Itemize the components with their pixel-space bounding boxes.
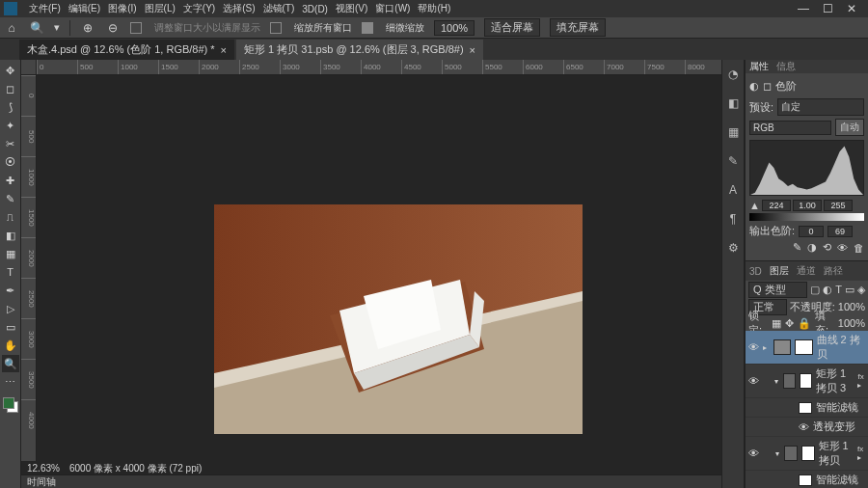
visibility-toggle[interactable]: 👁: [748, 375, 759, 387]
tab-paths[interactable]: 路径: [824, 264, 843, 278]
pen-tool[interactable]: ✒: [2, 282, 19, 299]
menu-view[interactable]: 视图(V): [336, 2, 367, 15]
input-white[interactable]: [824, 200, 853, 211]
menu-layer[interactable]: 图层(L): [145, 2, 176, 15]
tab-layers[interactable]: 图层: [770, 264, 789, 278]
menu-image[interactable]: 图像(I): [108, 2, 136, 15]
filter-type-icon[interactable]: T: [835, 284, 842, 295]
visibility-toggle[interactable]: 👁: [748, 447, 759, 459]
move-tool[interactable]: ✥: [2, 62, 19, 79]
visibility-icon[interactable]: 👁: [837, 242, 848, 254]
zoom-in-icon[interactable]: ⊕: [80, 20, 95, 36]
brush-tool[interactable]: ✎: [2, 190, 19, 207]
layer-row[interactable]: 👁▾矩形 1 拷贝 3fx ▸: [746, 365, 868, 398]
output-white[interactable]: [827, 226, 853, 237]
auto-button[interactable]: 自动: [835, 119, 864, 136]
preset-select[interactable]: 自定: [777, 98, 864, 116]
canvas-area[interactable]: 0500100015002000250030003500400045005000…: [21, 60, 721, 488]
tab-properties[interactable]: 属性: [749, 60, 769, 73]
stamp-tool[interactable]: ⎍: [2, 208, 19, 226]
fg-color[interactable]: [3, 397, 14, 409]
edit-toolbar[interactable]: ⋯: [2, 373, 19, 391]
menu-edit[interactable]: 编辑(E): [68, 2, 100, 15]
menu-file[interactable]: 文件(F): [29, 2, 61, 15]
eraser-tool[interactable]: ◧: [2, 227, 19, 244]
brushes-panel-icon[interactable]: ✎: [724, 152, 742, 170]
eyedropper-tool[interactable]: ⦿: [2, 153, 19, 171]
layer-row[interactable]: 智能滤镜: [746, 398, 868, 418]
filter-pixel-icon[interactable]: ▢: [810, 284, 820, 296]
maximize-button[interactable]: ☐: [823, 2, 833, 15]
menu-filter[interactable]: 滤镜(T): [263, 2, 295, 15]
home-icon[interactable]: ⌂: [4, 20, 19, 36]
filter-adj-icon[interactable]: ◐: [823, 284, 832, 296]
close-tab-icon[interactable]: ×: [221, 44, 227, 56]
color-panel-icon[interactable]: ◧: [724, 95, 742, 112]
black-point-icon[interactable]: ▲: [749, 200, 760, 211]
swatches-panel-icon[interactable]: ▦: [724, 123, 742, 141]
crop-tool[interactable]: ✂: [2, 135, 19, 152]
tab-3d[interactable]: 3D: [749, 266, 762, 277]
shape-tool[interactable]: ▭: [2, 318, 19, 336]
timeline-panel[interactable]: 时间轴: [21, 474, 721, 488]
menu-window[interactable]: 窗口(W): [375, 2, 410, 15]
resize-window-check[interactable]: [130, 22, 142, 34]
fill-value[interactable]: 100%: [838, 317, 865, 329]
delete-icon[interactable]: 🗑: [854, 242, 864, 254]
eyedropper-black-icon[interactable]: ✎: [793, 241, 801, 254]
color-swatch[interactable]: [3, 397, 18, 413]
filter-shape-icon[interactable]: ▭: [845, 284, 854, 296]
ruler-origin[interactable]: [21, 60, 37, 75]
input-black[interactable]: [762, 200, 791, 211]
layer-row[interactable]: 👁▸曲线 2 拷贝: [746, 331, 868, 365]
lock-pixels-icon[interactable]: ▦: [772, 317, 781, 330]
menu-select[interactable]: 选择(S): [223, 2, 255, 15]
minimize-button[interactable]: —: [798, 2, 809, 15]
zoom-out-icon[interactable]: ⊖: [105, 20, 121, 36]
menu-help[interactable]: 帮助(H): [418, 2, 450, 15]
marquee-tool[interactable]: ◻: [2, 80, 19, 97]
path-tool[interactable]: ▷: [2, 300, 19, 317]
tab-info[interactable]: 信息: [776, 60, 796, 73]
document-canvas[interactable]: [214, 204, 583, 434]
filter-smart-icon[interactable]: ◈: [857, 284, 865, 296]
visibility-toggle[interactable]: 👁: [748, 341, 759, 353]
ruler-horizontal[interactable]: 0500100015002000250030003500400045005000…: [37, 60, 721, 75]
tab-channels[interactable]: 通道: [797, 264, 816, 278]
zoom-display[interactable]: 12.63%: [23, 462, 64, 474]
layer-row[interactable]: 👁透视变形: [746, 418, 868, 437]
layer-list[interactable]: 👁▸曲线 2 拷贝👁▾矩形 1 拷贝 3fx ▸智能滤镜👁透视变形👁▾矩形 1 …: [746, 331, 868, 488]
gradient-tool[interactable]: ▦: [2, 245, 19, 262]
filter-visibility[interactable]: 👁: [799, 421, 809, 433]
histogram[interactable]: [749, 140, 864, 196]
actions-panel-icon[interactable]: ⚙: [724, 239, 742, 257]
document-tab-1[interactable]: 木盒.4.psd @ 12.6% (色阶 1, RGB/8#) * ×: [19, 40, 234, 60]
paragraph-panel-icon[interactable]: ¶: [724, 210, 742, 228]
opacity-value[interactable]: 100%: [838, 301, 865, 312]
output-gradient[interactable]: [749, 213, 864, 221]
hand-tool[interactable]: ✋: [2, 337, 19, 354]
document-tab-2[interactable]: 矩形 1 拷贝 31.psb @ 12.6% (图层 3, RGB/8#) ×: [236, 40, 483, 60]
fit-screen-button[interactable]: 适合屏幕: [484, 18, 540, 37]
clip-icon[interactable]: ◑: [807, 241, 817, 254]
fx-badge[interactable]: fx ▸: [857, 445, 865, 462]
character-panel-icon[interactable]: A: [724, 181, 742, 199]
menu-3d[interactable]: 3D(D): [302, 4, 328, 14]
wand-tool[interactable]: ✦: [2, 117, 19, 134]
lock-all-icon[interactable]: 🔒: [798, 317, 811, 330]
close-button[interactable]: ✕: [847, 2, 856, 15]
lock-position-icon[interactable]: ✥: [785, 317, 794, 330]
layer-row[interactable]: 智能滤镜: [746, 471, 868, 488]
history-panel-icon[interactable]: ◔: [724, 66, 742, 83]
lasso-tool[interactable]: ⟆: [2, 98, 19, 116]
output-black[interactable]: [799, 226, 824, 237]
layer-filter[interactable]: Q 类型: [748, 282, 807, 298]
menu-type[interactable]: 文字(Y): [183, 2, 215, 15]
doc-info[interactable]: 6000 像素 x 4000 像素 (72 ppi): [69, 462, 202, 475]
zoom-tool[interactable]: 🔍: [2, 355, 19, 372]
reset-icon[interactable]: ⟲: [823, 241, 831, 254]
zoom-all-check[interactable]: [270, 22, 282, 34]
fill-screen-button[interactable]: 填充屏幕: [550, 18, 606, 37]
heal-tool[interactable]: ✚: [2, 172, 19, 189]
channel-select[interactable]: RGB: [749, 121, 831, 135]
